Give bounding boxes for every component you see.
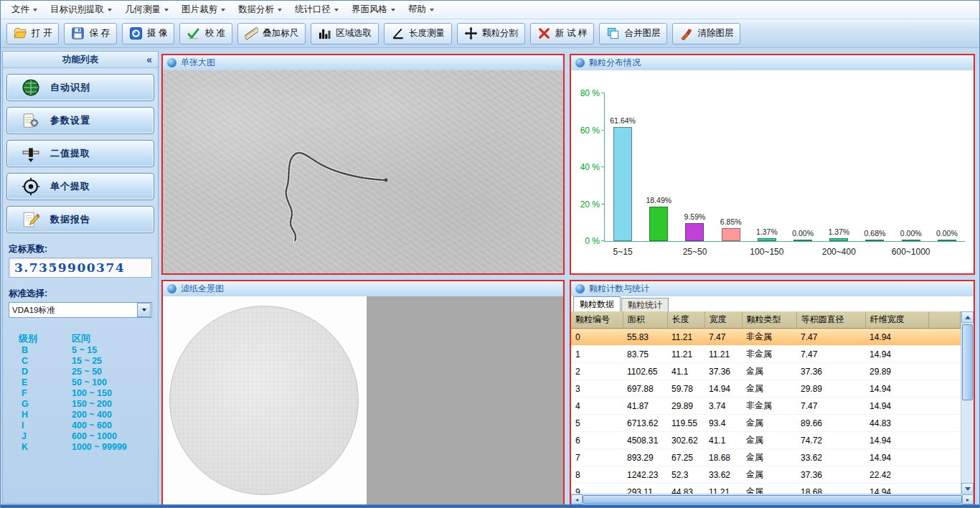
toolbar-button-5[interactable]: 区域选取 [311,23,379,44]
horizontal-scrollbar-thumb[interactable] [583,495,962,504]
dropdown-arrow-icon[interactable] [137,303,151,317]
menu-bar: 文件目标识别提取几何测量图片裁剪数据分析统计口径界面风格帮助 [1,1,979,19]
toolbar-button-9[interactable]: 合并图层 [599,23,667,44]
bar-value-label: 0.68% [864,229,886,237]
table-cell: 11.21 [705,346,742,363]
table-row-9[interactable]: 9293.1144.8311.21金属18.6814.94 [571,484,961,495]
toolbar-button-3[interactable]: 校 准 [179,23,232,44]
tab-particle-data[interactable]: 颗粒数据 [573,296,621,312]
level-range: 100 ~ 150 [72,388,112,398]
table-cell: 7 [571,449,623,466]
toolbar-button-7[interactable]: 颗粒分割 [457,23,525,44]
function-button-4[interactable]: 数据报告 [6,206,154,233]
table-row-4[interactable]: 441.8729.893.74非金属7.4714.94 [571,398,961,415]
particle-table: 颗粒编号面积长度宽度颗粒类型等积圆直径纤维宽度 055.8311.217.47非… [571,311,961,494]
table-row-8[interactable]: 81242.2352.333.62金属37.3622.42 [571,466,961,484]
table-cell: 2 [571,363,623,380]
scroll-left-arrow-icon[interactable]: ◄ [571,494,583,504]
menu-item-label: 图片裁剪 [182,4,217,16]
panel-panorama: 滤纸全景图 [161,280,565,506]
table-row-7[interactable]: 7893.2967.2518.68金属33.6214.94 [571,449,961,466]
menu-item-6[interactable]: 界面风格 [345,2,402,18]
scroll-down-arrow-icon[interactable] [961,483,974,494]
range-column-header: 区间 [72,332,90,345]
function-button-3[interactable]: 单个提取 [6,173,154,200]
table-cell: 59.78 [667,380,705,398]
column-header[interactable]: 长度 [667,311,705,329]
menu-item-4[interactable]: 数据分析 [232,2,288,18]
menu-item-3[interactable]: 图片裁剪 [175,2,232,18]
chevron-down-icon [221,9,225,11]
y-tick-label: 0 % [585,236,600,246]
column-header[interactable]: 面积 [623,311,667,329]
level-row: C15 ~ 25 [3,356,158,367]
column-header[interactable]: 颗粒类型 [742,311,796,329]
table-cell: 9 [571,484,623,495]
toolbar-button-2[interactable]: 摄 像 [122,23,174,44]
column-header[interactable]: 纤维宽度 [865,311,928,329]
chevron-down-icon [164,9,169,11]
menu-item-2[interactable]: 几何测量 [118,2,175,18]
table-row-2[interactable]: 21102.6541.137.36金属37.3629.89 [571,363,961,380]
bar-value-label: 61.64% [610,116,636,125]
microscope-image[interactable] [163,70,563,273]
toolbar-button-8[interactable]: 新 试 样 [530,23,594,44]
function-button-1[interactable]: 参数设置 [6,107,154,134]
vertical-scrollbar-thumb[interactable] [962,324,973,400]
open-folder-icon [14,27,27,40]
table-cell: 14.94 [865,380,928,398]
bar-value-label: 0.00% [900,229,922,237]
bar-value-label: 9.59% [684,212,706,221]
toolbar-button-4[interactable]: 叠加标尺 [237,23,306,44]
toolbar-button-label: 清除图层 [697,27,733,39]
horizontal-scrollbar[interactable]: ◄ ► [571,494,974,504]
table-cell: 93.4 [705,415,742,432]
panel-panorama-header: 滤纸全景图 [163,281,563,297]
scroll-right-arrow-icon[interactable]: ► [962,494,974,504]
table-row-0[interactable]: 055.8311.217.47非金属7.4714.94 [571,329,961,346]
column-header[interactable]: 宽度 [705,311,742,329]
panorama-image[interactable] [163,296,367,504]
bar-value-label: 1.37% [828,227,849,236]
toolbar-button-0[interactable]: 打 开 [6,23,59,44]
vertical-scrollbar[interactable] [961,311,974,494]
table-cell: 金属 [742,432,796,449]
menu-item-0[interactable]: 文件 [5,2,44,18]
table-cell: 7.47 [705,329,742,346]
table-cell: 7.47 [796,329,865,346]
toolbar-button-10[interactable]: 清除图层 [672,23,740,44]
chevron-down-icon [33,9,37,11]
function-button-2[interactable]: 二值提取 [6,140,154,167]
x-tick-label: 100~150 [750,247,783,257]
menu-item-7[interactable]: 帮助 [402,2,440,18]
table-cell: 44.83 [865,415,928,432]
level-row: D25 ~ 50 [3,367,158,377]
column-header[interactable]: 颗粒编号 [571,311,623,329]
table-row-1[interactable]: 183.7511.2111.21非金属7.4714.94 [571,346,961,363]
column-header[interactable]: 等积圆直径 [796,311,865,329]
menu-item-5[interactable]: 统计口径 [288,2,345,18]
menu-item-label: 几何测量 [125,4,161,16]
table-cell: 83.75 [623,346,667,363]
panel-statistics-header: 颗粒计数与统计 [571,281,974,297]
menu-item-1[interactable]: 目标识别提取 [44,2,118,18]
tab-particle-stats[interactable]: 颗粒统计 [621,298,669,313]
table-cell: 44.83 [667,484,705,495]
x-tick-label: 200~400 [822,247,856,257]
function-button-0[interactable]: 自动识别 [6,74,154,101]
toolbar-button-1[interactable]: 保 存 [64,23,116,44]
table-row-6[interactable]: 64508.31302.6241.1金属74.7214.94 [571,432,961,449]
table-row-5[interactable]: 56713.62119.5593.4金属89.6644.83 [571,415,961,432]
panel-distribution: 颗粒分布情况 0 %20 %40 %60 %80 % 61.64%18.49%9… [570,54,975,275]
table-cell: 41.1 [667,363,705,380]
sidebar-collapse-button[interactable]: « [146,52,152,67]
table-row-3[interactable]: 3697.8859.7814.94金属29.8914.94 [571,380,961,398]
toolbar-button-6[interactable]: 长度测量 [384,23,452,44]
app-window: 文件目标识别提取几何测量图片裁剪数据分析统计口径界面风格帮助 打 开保 存摄 像… [0,0,980,508]
particle-split-icon [464,27,478,40]
table-cell: 293.11 [623,484,667,495]
level-range: 15 ~ 25 [72,356,102,366]
standard-select[interactable]: VDA19标准 [9,302,152,318]
scroll-up-arrow-icon[interactable] [961,311,974,323]
sidebar-header: 功能列表 « [3,52,158,68]
